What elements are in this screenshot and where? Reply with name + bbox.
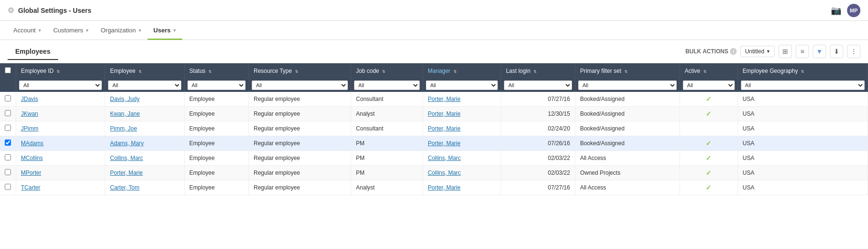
manager-link[interactable]: Collins, Marc: [428, 155, 461, 161]
filter-primary-filter-set-select[interactable]: All: [578, 80, 677, 90]
cell-manager[interactable]: Porter, Marie: [423, 180, 501, 195]
employee-name-link[interactable]: Porter, Marie: [110, 169, 143, 176]
row-checkbox[interactable]: [5, 139, 11, 146]
cell-employee[interactable]: Collins, Marc: [105, 151, 185, 166]
filter-resource-type[interactable]: All: [248, 79, 351, 92]
employee-name-link[interactable]: Davis, Judy: [110, 96, 139, 102]
sort-manager[interactable]: ⇅: [454, 70, 457, 74]
sort-employee[interactable]: ⇅: [138, 70, 142, 74]
row-checkbox[interactable]: [5, 95, 11, 101]
cell-manager[interactable]: Porter, Marie: [423, 121, 501, 136]
sort-primary-filter-set[interactable]: ⇅: [624, 70, 628, 74]
manager-link[interactable]: Collins, Marc: [428, 169, 461, 176]
filter-employee-id[interactable]: All: [16, 79, 105, 92]
select-all-checkbox[interactable]: [5, 67, 11, 73]
filter-primary-filter-set[interactable]: All: [575, 79, 680, 92]
employee-name-link[interactable]: Kwan, Jane: [110, 110, 140, 117]
user-avatar[interactable]: MP: [847, 4, 860, 17]
cell-employee-id[interactable]: TCarter: [16, 180, 105, 195]
filter-employee[interactable]: All: [105, 79, 185, 92]
employee-id-link[interactable]: MCollins: [21, 155, 43, 161]
filter-last-login[interactable]: All: [501, 79, 575, 92]
sort-employee-id[interactable]: ⇅: [57, 70, 60, 74]
employee-name-link[interactable]: Collins, Marc: [110, 155, 143, 161]
sort-resource-type[interactable]: ⇅: [295, 70, 298, 74]
sort-employee-geography[interactable]: ⇅: [801, 70, 804, 74]
filter-job-code-select[interactable]: All: [354, 80, 420, 90]
filter-last-login-select[interactable]: All: [504, 80, 572, 90]
row-checkbox[interactable]: [5, 110, 11, 116]
filter-employee-select[interactable]: All: [108, 80, 181, 90]
employee-id-link[interactable]: JKwan: [21, 110, 38, 117]
bulk-actions-info-icon[interactable]: i: [730, 48, 737, 55]
manager-link[interactable]: Porter, Marie: [428, 110, 461, 117]
cell-employee-id[interactable]: JKwan: [16, 107, 105, 121]
cell-employee[interactable]: Carter, Tom: [105, 180, 185, 195]
filter-manager-select[interactable]: All: [426, 80, 498, 90]
cell-employee-id[interactable]: JPimm: [16, 121, 105, 136]
sort-active[interactable]: ⇅: [703, 70, 707, 74]
row-checkbox[interactable]: [5, 169, 11, 175]
filter-employee-id-select[interactable]: All: [19, 80, 102, 90]
cell-employee[interactable]: Adams, Mary: [105, 136, 185, 151]
filter-manager[interactable]: All: [423, 79, 501, 92]
manager-link[interactable]: Porter, Marie: [428, 96, 461, 102]
filter-active[interactable]: All: [680, 79, 738, 92]
more-options-button[interactable]: ⋮: [847, 45, 860, 58]
filter-job-code[interactable]: All: [351, 79, 423, 92]
untitled-dropdown[interactable]: Untitled ▼: [740, 46, 775, 57]
employee-name-link[interactable]: Pimm, Joe: [110, 125, 137, 132]
row-checkbox-cell[interactable]: [0, 121, 16, 136]
row-checkbox-cell[interactable]: [0, 180, 16, 195]
sort-last-login[interactable]: ⇅: [533, 70, 537, 74]
employee-id-link[interactable]: JPimm: [21, 125, 39, 132]
columns-view-button[interactable]: ⊞: [779, 45, 792, 58]
filter-active-select[interactable]: All: [683, 80, 735, 90]
filter-button[interactable]: ▼: [813, 45, 826, 58]
filter-resource-type-select[interactable]: All: [252, 80, 348, 90]
nav-item-organization[interactable]: Organization ▼: [95, 21, 148, 40]
cell-employee-id[interactable]: JDavis: [16, 92, 105, 107]
cell-employee[interactable]: Kwan, Jane: [105, 107, 185, 121]
cell-manager[interactable]: Collins, Marc: [423, 151, 501, 166]
cell-manager[interactable]: Porter, Marie: [423, 107, 501, 121]
employee-name-link[interactable]: Carter, Tom: [110, 184, 139, 191]
row-checkbox[interactable]: [5, 184, 11, 190]
cell-employee-id[interactable]: MCollins: [16, 151, 105, 166]
manager-link[interactable]: Porter, Marie: [428, 184, 461, 191]
cell-employee[interactable]: Porter, Marie: [105, 166, 185, 180]
manager-link[interactable]: Porter, Marie: [428, 140, 461, 147]
cell-employee[interactable]: Pimm, Joe: [105, 121, 185, 136]
employee-id-link[interactable]: TCarter: [21, 184, 40, 191]
filter-status-select[interactable]: All: [187, 80, 246, 90]
row-checkbox-cell[interactable]: [0, 166, 16, 180]
employee-name-link[interactable]: Adams, Mary: [110, 140, 144, 147]
employee-id-link[interactable]: MPorter: [21, 169, 41, 176]
cell-employee-id[interactable]: MPorter: [16, 166, 105, 180]
row-checkbox-cell[interactable]: [0, 92, 16, 107]
cell-employee-id[interactable]: MAdams: [16, 136, 105, 151]
download-button[interactable]: ⬇: [830, 45, 843, 58]
filter-employee-geography[interactable]: All: [738, 79, 868, 92]
row-checkbox[interactable]: [5, 125, 11, 131]
nav-item-customers[interactable]: Customers ▼: [48, 21, 95, 40]
employee-id-link[interactable]: JDavis: [21, 96, 38, 102]
row-checkbox-cell[interactable]: [0, 107, 16, 121]
employees-tab[interactable]: Employees: [8, 44, 58, 60]
cell-manager[interactable]: Porter, Marie: [423, 136, 501, 151]
row-checkbox-cell[interactable]: [0, 151, 16, 166]
sort-job-code[interactable]: ⇅: [382, 70, 385, 74]
manager-link[interactable]: Porter, Marie: [428, 125, 461, 132]
cell-employee[interactable]: Davis, Judy: [105, 92, 185, 107]
select-all-header[interactable]: [0, 63, 16, 79]
bulk-actions-button[interactable]: BULK ACTIONS i: [685, 48, 737, 55]
nav-item-account[interactable]: Account ▼: [8, 21, 48, 40]
row-checkbox[interactable]: [5, 154, 11, 160]
camera-icon[interactable]: 📷: [831, 5, 841, 16]
nav-item-users[interactable]: Users ▼: [148, 21, 182, 40]
filter-employee-geography-select[interactable]: All: [741, 80, 865, 90]
list-view-button[interactable]: ≡: [796, 45, 809, 58]
employee-id-link[interactable]: MAdams: [21, 140, 43, 147]
cell-manager[interactable]: Collins, Marc: [423, 166, 501, 180]
cell-manager[interactable]: Porter, Marie: [423, 92, 501, 107]
